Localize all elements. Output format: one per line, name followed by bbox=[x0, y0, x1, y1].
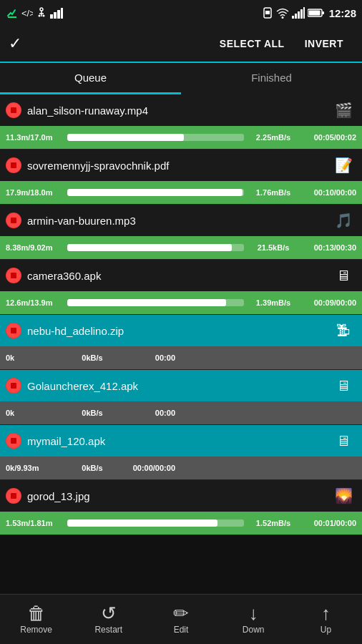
svg-rect-8 bbox=[57, 10, 60, 19]
stop-button[interactable] bbox=[6, 157, 21, 173]
item-filename: nebu-hd_adelino.zip bbox=[27, 325, 325, 337]
progress-speed: 0kB/s bbox=[67, 464, 117, 472]
progress-speed: 0kB/s bbox=[67, 353, 117, 362]
item-filename: Golauncherex_412.apk bbox=[27, 380, 325, 392]
queue-item-header[interactable]: sovremennyjj-spravochnik.pdf📝 bbox=[0, 150, 362, 181]
progress-size: 17.9m/18.0m bbox=[6, 188, 63, 197]
progress-size: 1.53m/1.81m bbox=[6, 519, 63, 527]
tabs: Queue Finished bbox=[0, 63, 362, 94]
item-type-icon: 🖥 bbox=[331, 430, 356, 452]
stop-button[interactable] bbox=[6, 488, 21, 504]
stop-button[interactable] bbox=[6, 323, 21, 338]
item-filename: sovremennyjj-spravochnik.pdf bbox=[27, 160, 325, 172]
checkmark-icon[interactable]: ✓ bbox=[9, 34, 210, 53]
progress-row: 0k0kB/s00:00 bbox=[0, 346, 362, 369]
progress-row: 17.9m/18.0m1.76mB/s00:10/00:00 bbox=[0, 181, 362, 204]
bars-icon bbox=[50, 7, 63, 19]
item-filename: camera360.apk bbox=[27, 270, 325, 282]
down-button[interactable]: ↓Down bbox=[217, 604, 290, 635]
download-arrow-icon bbox=[6, 6, 19, 19]
svg-rect-9 bbox=[61, 8, 63, 19]
stop-button[interactable] bbox=[6, 268, 21, 283]
queue-item-header[interactable]: nebu-hd_adelino.zip🗜 bbox=[0, 315, 362, 346]
progress-bar-fill bbox=[67, 244, 232, 251]
wifi-icon bbox=[276, 7, 289, 19]
remove-button[interactable]: 🗑Remove bbox=[0, 604, 72, 635]
up-icon: ↑ bbox=[321, 604, 331, 623]
svg-rect-7 bbox=[54, 12, 57, 19]
stop-button[interactable] bbox=[6, 433, 21, 449]
queue-item: nebu-hd_adelino.zip🗜0k0kB/s00:00 bbox=[0, 315, 362, 370]
edit-button[interactable]: ✏Edit bbox=[145, 604, 217, 635]
progress-size: 11.3m/17.0m bbox=[6, 133, 63, 142]
progress-time: 00:05/00:02 bbox=[303, 133, 356, 142]
tab-queue[interactable]: Queue bbox=[0, 63, 181, 94]
item-type-icon: 📝 bbox=[331, 155, 356, 176]
action-bar-buttons: SELECT ALL INVERT bbox=[210, 32, 353, 55]
progress-size: 0k bbox=[6, 409, 63, 417]
stop-button[interactable] bbox=[6, 378, 21, 394]
progress-row: 11.3m/17.0m2.25mB/s00:05/00:02 bbox=[0, 126, 362, 149]
svg-rect-14 bbox=[295, 14, 297, 19]
progress-bar-wrap bbox=[67, 519, 244, 527]
progress-time: 00:00 bbox=[122, 353, 175, 362]
select-all-button[interactable]: SELECT ALL bbox=[210, 32, 295, 55]
queue-item-header[interactable]: gorod_13.jpg🌄 bbox=[0, 480, 362, 512]
item-type-icon: 🌄 bbox=[331, 485, 356, 507]
progress-size: 8.38m/9.02m bbox=[6, 243, 63, 252]
queue-item-header[interactable]: Golauncherex_412.apk🖥 bbox=[0, 370, 362, 401]
queue-item-header[interactable]: alan_silson-runaway.mp4🎬 bbox=[0, 94, 362, 126]
down-icon: ↓ bbox=[249, 604, 258, 623]
queue-item-header[interactable]: camera360.apk🖥 bbox=[0, 260, 362, 291]
restart-button[interactable]: ↺Restart bbox=[72, 604, 145, 635]
progress-bar-wrap bbox=[67, 299, 244, 306]
status-bar-left: </> bbox=[6, 6, 63, 19]
svg-rect-6 bbox=[50, 14, 53, 19]
up-button[interactable]: ↑Up bbox=[290, 604, 362, 635]
progress-row: 8.38m/9.02m21.5kB/s00:13/00:30 bbox=[0, 236, 362, 259]
item-filename: gorod_13.jpg bbox=[27, 490, 325, 502]
up-label: Up bbox=[321, 625, 331, 635]
status-bar: </> bbox=[0, 0, 362, 26]
progress-bar-fill bbox=[67, 134, 184, 141]
svg-text:</>: </> bbox=[21, 8, 33, 19]
progress-speed: 21.5kB/s bbox=[248, 243, 298, 252]
progress-size: 0k bbox=[6, 353, 63, 362]
code-icon: </> bbox=[21, 7, 33, 19]
progress-bar-wrap bbox=[67, 189, 244, 196]
svg-rect-17 bbox=[303, 7, 305, 19]
remove-icon: 🗑 bbox=[27, 604, 46, 623]
status-bar-right: 12:28 bbox=[262, 7, 356, 19]
queue-list: alan_silson-runaway.mp4🎬11.3m/17.0m2.25m… bbox=[0, 94, 362, 594]
progress-row: 12.6m/13.9m1.39mB/s00:09/00:00 bbox=[0, 291, 362, 314]
action-bar: ✓ SELECT ALL INVERT bbox=[0, 26, 362, 63]
progress-speed: 1.39mB/s bbox=[248, 298, 298, 307]
stop-button[interactable] bbox=[6, 213, 21, 228]
restart-label: Restart bbox=[94, 625, 122, 635]
time-display: 12:28 bbox=[329, 7, 356, 19]
svg-point-5 bbox=[43, 15, 45, 17]
progress-bar-fill bbox=[67, 299, 226, 306]
svg-rect-20 bbox=[308, 11, 320, 16]
progress-row: 0k0kB/s00:00 bbox=[0, 401, 362, 424]
progress-bar-fill bbox=[67, 189, 243, 196]
queue-item-header[interactable]: mymail_120.apk🖥 bbox=[0, 425, 362, 457]
svg-point-12 bbox=[281, 16, 283, 19]
item-type-icon: 🖥 bbox=[331, 375, 356, 396]
progress-size: 0k/9.93m bbox=[6, 464, 63, 472]
tab-finished[interactable]: Finished bbox=[181, 63, 362, 94]
restart-icon: ↺ bbox=[101, 604, 117, 623]
progress-speed: 1.76mB/s bbox=[248, 188, 298, 197]
svg-point-4 bbox=[39, 15, 41, 17]
invert-button[interactable]: INVERT bbox=[295, 32, 353, 55]
queue-item: Golauncherex_412.apk🖥0k0kB/s00:00 bbox=[0, 370, 362, 425]
progress-time: 00:09/00:00 bbox=[303, 298, 356, 307]
queue-item: gorod_13.jpg🌄1.53m/1.81m1.52mB/s00:01/00… bbox=[0, 480, 362, 535]
edit-label: Edit bbox=[174, 625, 189, 635]
svg-rect-16 bbox=[300, 9, 303, 19]
queue-item-header[interactable]: armin-van-buuren.mp3🎵 bbox=[0, 205, 362, 236]
item-type-icon: 🎬 bbox=[331, 99, 356, 121]
signal-icon bbox=[292, 7, 305, 19]
svg-rect-15 bbox=[298, 11, 300, 19]
stop-button[interactable] bbox=[6, 102, 21, 118]
